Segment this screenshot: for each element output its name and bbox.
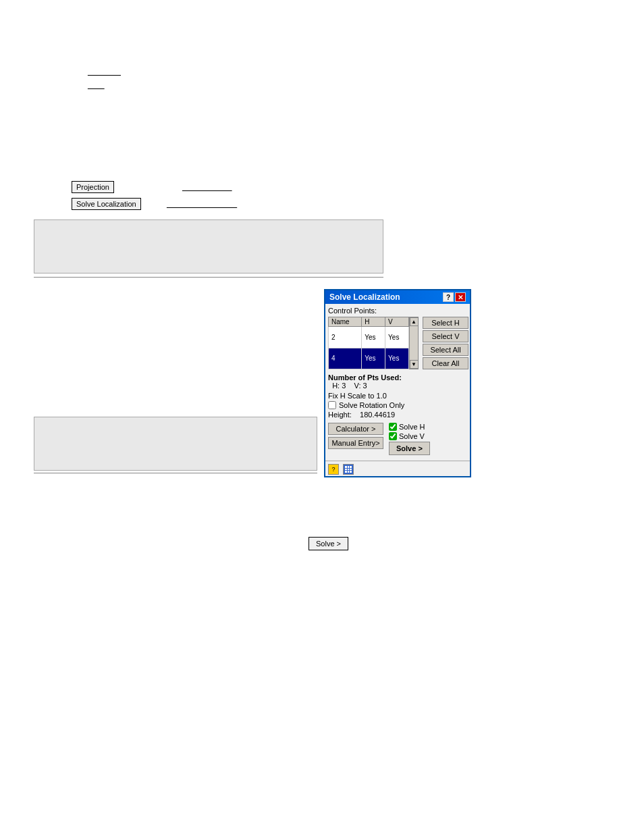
solve-rotation-checkbox[interactable]	[328, 401, 336, 409]
top-line2: ____	[88, 81, 104, 89]
pts-used-values: H: 3 V: 3	[328, 382, 467, 390]
grid-cell	[345, 469, 347, 471]
right-action-buttons: Select H Select V Select All Clear All	[423, 317, 468, 369]
row-v: Yes	[385, 327, 409, 348]
solve-localization-dialog: Solve Localization ? ✕ Control Points: N…	[324, 289, 471, 477]
grid-cell	[350, 466, 352, 468]
control-points-table: Name H V 2 Yes Yes	[328, 317, 409, 369]
select-h-button[interactable]: Select H	[423, 317, 468, 329]
scroll-up-button[interactable]: ▲	[410, 317, 419, 326]
control-points-label: Control Points:	[328, 307, 467, 315]
main-content: ________ ____ Projection ____________ So…	[0, 0, 644, 834]
cp-table-area: Name H V 2 Yes Yes	[328, 317, 467, 369]
select-v-button[interactable]: Select V	[423, 330, 468, 342]
clear-all-button[interactable]: Clear All	[423, 357, 468, 369]
row-name: 4	[329, 348, 362, 369]
col-header-h: H	[362, 317, 385, 327]
dialog-footer: ?	[325, 461, 470, 476]
row-name: 2	[329, 327, 362, 348]
grid-cell	[350, 469, 352, 471]
solve-h-row: Solve H	[389, 423, 430, 431]
content-box-1	[34, 219, 383, 273]
solve-h-checkbox[interactable]	[389, 423, 397, 431]
left-bottom-btns: Calculator > Manual Entry>	[328, 423, 383, 455]
calculator-button[interactable]: Calculator >	[328, 423, 383, 435]
fix-h-scale-label: Fix H Scale to 1.0	[328, 392, 467, 400]
projection-underline: ____________	[182, 183, 232, 191]
content-box-2	[34, 417, 317, 471]
dialog-title: Solve Localization	[329, 292, 400, 302]
dialog-body: Control Points: Name H V	[325, 304, 470, 458]
solve-h-label: Solve H	[399, 423, 425, 431]
table-row[interactable]: 2 Yes Yes	[329, 327, 409, 348]
dialog-title-buttons: ? ✕	[443, 292, 466, 302]
dialog-help-button[interactable]: ?	[443, 292, 454, 302]
dialog-close-button[interactable]: ✕	[455, 292, 466, 302]
grid-cell	[345, 471, 347, 473]
table-row[interactable]: 4 Yes Yes	[329, 348, 409, 369]
solve-right-area: Solve H Solve V Solve >	[389, 423, 430, 455]
table-scroll-container: Name H V 2 Yes Yes	[328, 317, 419, 369]
footer-icon-grid[interactable]	[343, 464, 354, 475]
num-pts-label: Number of Pts Used:	[328, 373, 467, 382]
row-h: Yes	[362, 327, 385, 348]
solve-loc-underline: _________________	[167, 200, 237, 208]
scrollbar[interactable]: ▲ ▼	[409, 317, 419, 369]
solve-v-row: Solve V	[389, 432, 430, 440]
row-h: Yes	[362, 348, 385, 369]
height-row: Height: 180.44619	[328, 411, 467, 419]
scroll-down-button[interactable]: ▼	[410, 360, 419, 369]
divider-line-2	[34, 473, 317, 473]
solve-button[interactable]: Solve >	[389, 442, 430, 455]
grid-cell	[348, 469, 350, 471]
dialog-info: Number of Pts Used: H: 3 V: 3 Fix H Scal…	[328, 373, 467, 419]
select-all-button[interactable]: Select All	[423, 344, 468, 356]
divider-line-1	[34, 277, 383, 278]
grid-cell	[348, 471, 350, 473]
grid-cell	[345, 466, 347, 468]
solve-localization-button[interactable]: Solve Localization	[72, 198, 141, 210]
solve-v-checkbox[interactable]	[389, 432, 397, 440]
row-v: Yes	[385, 348, 409, 369]
grid-cell	[348, 466, 350, 468]
solve-rotation-label: Solve Rotation Only	[339, 401, 404, 409]
bottom-buttons-row: Calculator > Manual Entry> Solve H Solve…	[328, 423, 467, 455]
solve-v-label: Solve V	[399, 432, 425, 440]
col-header-v: V	[385, 317, 409, 327]
solve-bottom-button[interactable]: Solve >	[308, 537, 348, 550]
col-header-name: Name	[329, 317, 362, 327]
solve-rotation-row: Solve Rotation Only	[328, 401, 467, 409]
top-line1: ________	[88, 68, 121, 76]
projection-button[interactable]: Projection	[72, 181, 114, 193]
footer-icon-yellow[interactable]: ?	[328, 464, 339, 475]
dialog-titlebar: Solve Localization ? ✕	[325, 290, 470, 304]
manual-entry-button[interactable]: Manual Entry>	[328, 437, 383, 449]
grid-cell	[350, 471, 352, 473]
